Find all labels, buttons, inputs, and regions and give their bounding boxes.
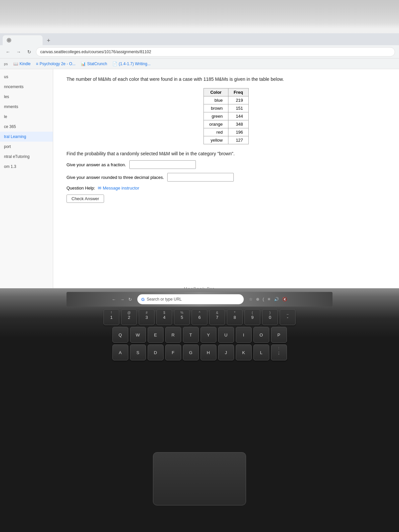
refresh-icon[interactable]: ↻ bbox=[128, 297, 132, 302]
key-t[interactable]: T bbox=[183, 327, 199, 343]
key-i[interactable]: I bbox=[236, 327, 252, 343]
bookmark-kindle[interactable]: 📖 Kindle bbox=[13, 62, 31, 66]
star-icon[interactable]: ☆ bbox=[249, 297, 253, 302]
search-bar-text: Search or type URL bbox=[147, 297, 182, 302]
fraction-label: Give your answer as a fraction. bbox=[66, 162, 126, 167]
key-6[interactable]: ^6 bbox=[192, 309, 207, 325]
key-3[interactable]: #3 bbox=[139, 309, 155, 325]
sidebar-item-us[interactable]: us bbox=[0, 72, 53, 82]
sidebar-item-learning[interactable]: tral Learning bbox=[0, 132, 53, 142]
asterisk-icon[interactable]: ✳ bbox=[267, 297, 271, 302]
table-row: orange348 bbox=[204, 120, 249, 128]
browser-tab[interactable]: × bbox=[3, 35, 43, 45]
table-cell-freq: 196 bbox=[228, 128, 248, 136]
key-a[interactable]: A bbox=[112, 344, 128, 360]
key-o[interactable]: O bbox=[253, 327, 269, 343]
forward-button[interactable]: → bbox=[15, 48, 23, 56]
key-u[interactable]: U bbox=[218, 327, 234, 343]
key-s[interactable]: S bbox=[130, 344, 146, 360]
plus-icon[interactable]: ⊕ bbox=[256, 297, 259, 302]
table-cell-freq: 127 bbox=[228, 136, 248, 144]
tab-bar: × + bbox=[0, 33, 399, 45]
reload-button[interactable]: ↻ bbox=[25, 48, 33, 56]
key-w[interactable]: W bbox=[130, 327, 146, 343]
url-bar[interactable]: canvas.seattlecolleges.edu/courses/10176… bbox=[36, 47, 395, 57]
fraction-input[interactable] bbox=[129, 160, 196, 169]
chart-icon: 📊 bbox=[81, 62, 86, 66]
table-row: brown151 bbox=[204, 104, 249, 112]
fraction-answer-row: Give your answer as a fraction. bbox=[66, 160, 386, 169]
key-j[interactable]: J bbox=[218, 344, 234, 360]
key-2[interactable]: @2 bbox=[121, 309, 137, 325]
find-probability-text: Find the probability that a randomly sel… bbox=[66, 151, 386, 156]
table-cell-color: blue bbox=[204, 96, 228, 104]
sidebar-item-assignments[interactable]: mments bbox=[0, 102, 53, 112]
key-g[interactable]: G bbox=[183, 344, 199, 360]
key-l[interactable]: L bbox=[253, 344, 269, 360]
laptop-screen: × + ← → ↻ canvas.seattlecolleges.edu/cou… bbox=[0, 0, 399, 289]
browser-window: × + ← → ↻ canvas.seattlecolleges.edu/cou… bbox=[0, 33, 399, 288]
browser-content: us nncements les mments le ce 365 bbox=[0, 69, 399, 288]
key-h[interactable]: H bbox=[200, 344, 216, 360]
table-row: yellow127 bbox=[204, 136, 249, 144]
key-y[interactable]: Y bbox=[200, 327, 216, 343]
key-8[interactable]: *8 bbox=[227, 309, 243, 325]
key-d[interactable]: D bbox=[148, 344, 164, 360]
table-cell-freq: 348 bbox=[228, 120, 248, 128]
key-r[interactable]: R bbox=[165, 327, 181, 343]
sidebar-item-module[interactable]: le bbox=[0, 112, 53, 122]
sidebar-item-files[interactable]: les bbox=[0, 92, 53, 102]
table-cell-freq: 151 bbox=[228, 104, 248, 112]
table-cell-freq: 144 bbox=[228, 112, 248, 120]
key-4[interactable]: $4 bbox=[156, 309, 172, 325]
back-button[interactable]: ← bbox=[4, 48, 12, 56]
url-text: canvas.seattlecolleges.edu/courses/10176… bbox=[40, 50, 151, 54]
decimal-input[interactable] bbox=[167, 173, 234, 182]
bookmark-writing[interactable]: 📄 (1.4-1.7) Writing... bbox=[112, 62, 151, 66]
key-0[interactable]: )0 bbox=[262, 309, 278, 325]
sidebar-item-office365[interactable]: ce 365 bbox=[0, 122, 53, 132]
bookmarks-label: ps bbox=[4, 62, 8, 66]
kindle-icon: 📖 bbox=[13, 62, 18, 66]
volume-icon[interactable]: 🔊 bbox=[274, 297, 279, 302]
key-e[interactable]: E bbox=[148, 327, 164, 343]
question-help-row: Question Help: ✉ Message instructor bbox=[66, 186, 386, 191]
mute-icon: 🔇 bbox=[282, 297, 287, 302]
message-instructor-label: Message instructor bbox=[103, 186, 139, 191]
sidebar-item-zoom[interactable]: om 1.3 bbox=[0, 162, 53, 172]
sidebar-item-support[interactable]: port bbox=[0, 142, 53, 152]
key-1[interactable]: !1 bbox=[103, 309, 119, 325]
key-7[interactable]: &7 bbox=[209, 309, 225, 325]
laptop-search-bar[interactable]: G Search or type URL bbox=[137, 294, 244, 304]
question-help-label: Question Help: bbox=[66, 186, 95, 191]
table-cell-color: red bbox=[204, 128, 228, 136]
forward-arrow-icon[interactable]: → bbox=[120, 297, 124, 302]
table-cell-freq: 219 bbox=[228, 96, 248, 104]
bookmark-psychology[interactable]: ≡ Psychology 2e - O... bbox=[36, 62, 75, 66]
bookmark-statcrunch[interactable]: 📊 StatCrunch bbox=[81, 62, 107, 66]
book-icon: ≡ bbox=[36, 62, 38, 66]
bookmarks-bar: ps 📖 Kindle ≡ Psychology 2e - O... 📊 Sta… bbox=[0, 59, 399, 69]
course-sidebar: us nncements les mments le ce 365 bbox=[0, 69, 53, 288]
key-p[interactable]: P bbox=[271, 327, 287, 343]
mm-data-table: Color Freq blue219brown151green144orange… bbox=[203, 88, 249, 144]
macbook-label: MacBook Pro bbox=[184, 287, 215, 291]
asdf-row: A S D F G H J K L :; bbox=[7, 344, 392, 360]
sidebar-item-etutoring[interactable]: ntral eTutoring bbox=[0, 152, 53, 162]
key-minus[interactable]: _- bbox=[280, 309, 296, 325]
key-q[interactable]: Q bbox=[112, 327, 128, 343]
key-9[interactable]: (9 bbox=[244, 309, 260, 325]
back-arrow-icon[interactable]: ← bbox=[112, 297, 116, 302]
key-k[interactable]: K bbox=[236, 344, 252, 360]
sidebar-item-announcements[interactable]: nncements bbox=[0, 82, 53, 92]
check-answer-button[interactable]: Check Answer bbox=[66, 195, 104, 203]
new-tab-button[interactable]: + bbox=[44, 36, 53, 45]
paren-icon: ( bbox=[263, 297, 264, 302]
key-f[interactable]: F bbox=[165, 344, 181, 360]
message-instructor-link[interactable]: ✉ Message instructor bbox=[98, 186, 139, 191]
touchpad[interactable] bbox=[153, 452, 246, 505]
google-icon: G bbox=[141, 297, 145, 302]
key-colon[interactable]: :; bbox=[271, 344, 287, 360]
tab-close-icon[interactable]: × bbox=[7, 38, 11, 43]
key-5[interactable]: %5 bbox=[174, 309, 190, 325]
